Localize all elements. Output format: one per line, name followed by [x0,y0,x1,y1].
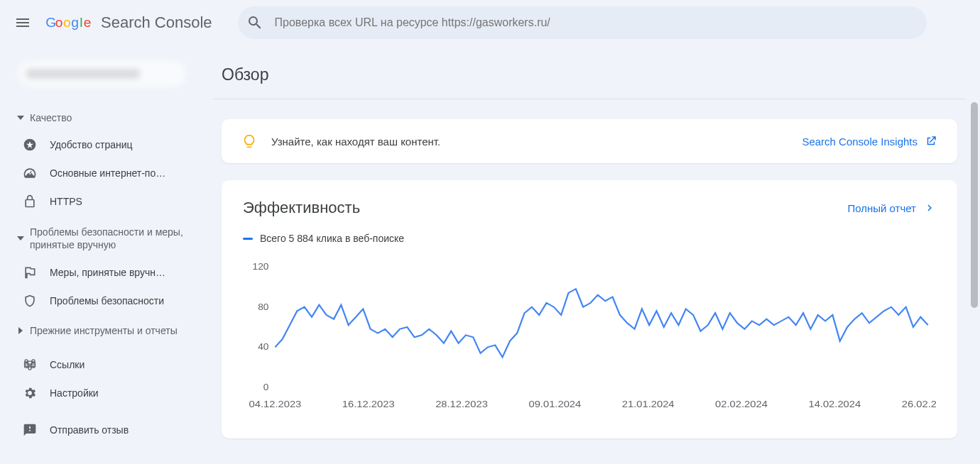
sidebar-item-page-experience[interactable]: Удобство страниц [0,131,193,159]
sidebar-item-feedback[interactable]: Отправить отзыв [0,416,193,444]
external-link-icon [925,135,937,148]
svg-text:g: g [71,15,79,30]
svg-text:o: o [55,15,63,30]
caret-down-icon [17,114,24,121]
insights-link-label: Search Console Insights [802,136,918,148]
sidebar-item-manual-actions[interactable]: Меры, принятые вручн… [0,258,193,287]
full-report-link[interactable]: Полный отчет [847,201,936,214]
svg-text:40: 40 [258,342,268,352]
insights-text: Узнайте, как находят ваш контент. [271,136,788,148]
page-title: Обзор [213,45,966,99]
performance-card: Эффективность Полный отчет Всего 5 884 к… [222,180,957,438]
chevron-right-icon [923,201,936,214]
flag-icon [23,265,37,280]
legend-swatch [243,238,253,240]
svg-text:80: 80 [258,302,268,311]
gear-icon [23,386,37,400]
section-label: Прежние инструменты и отчеты [30,325,178,336]
star-circle-icon [23,138,37,152]
nav-label: Меры, принятые вручн… [50,267,165,278]
svg-text:o: o [63,15,71,30]
links-icon [23,358,37,372]
svg-text:04.12.2023: 04.12.2023 [249,399,302,409]
sidebar-item-security-issues[interactable]: Проблемы безопасности [0,287,193,315]
nav-label: HTTPS [50,196,82,207]
sidebar-item-settings[interactable]: Настройки [0,379,193,407]
sidebar: Качество Удобство страниц Основные интер… [0,45,199,464]
shield-icon [23,294,37,308]
nav-label: Настройки [50,387,99,399]
nav-label: Проблемы безопасности [50,295,164,306]
svg-text:14.02.2024: 14.02.2024 [808,399,861,409]
sidebar-item-links[interactable]: Ссылки [0,350,193,379]
lightbulb-icon [241,133,257,149]
caret-right-icon [17,327,24,334]
scroll-thumb[interactable] [971,102,978,308]
divider [213,99,966,99]
property-selector[interactable] [17,60,187,88]
legend-label: Всего 5 884 клика в веб-поиске [260,233,404,244]
product-logo[interactable]: G o o g l e Search Console [45,13,212,32]
nav-label: Удобство страниц [50,139,133,150]
section-quality[interactable]: Качество [0,105,199,131]
svg-text:l: l [80,15,82,30]
svg-text:G: G [45,15,56,30]
svg-text:0: 0 [263,382,269,392]
svg-text:02.02.2024: 02.02.2024 [715,399,768,409]
nav-label: Отправить отзыв [50,424,129,436]
section-security[interactable]: Проблемы безопасности и меры, принятые в… [0,219,199,258]
svg-text:09.01.2024: 09.01.2024 [528,399,581,409]
svg-text:21.01.2024: 21.01.2024 [622,399,675,409]
nav-label: Ссылки [50,359,85,370]
speedometer-icon [23,166,37,180]
lock-icon [23,194,37,209]
svg-point-9 [28,367,31,370]
svg-text:28.12.2023: 28.12.2023 [435,399,488,409]
svg-text:120: 120 [253,262,269,272]
menu-button[interactable] [6,6,40,40]
section-legacy[interactable]: Прежние инструменты и отчеты [0,318,199,343]
performance-chart: 0408012004.12.202316.12.202328.12.202309… [243,260,936,416]
section-label: Проблемы безопасности и меры, принятые в… [30,226,187,251]
google-logo-icon: G o o g l e [45,14,98,31]
insights-link[interactable]: Search Console Insights [802,135,937,148]
sidebar-item-core-web-vitals[interactable]: Основные интернет-по… [0,159,193,187]
scrollbar[interactable] [970,102,979,464]
full-report-label: Полный отчет [847,202,916,214]
url-inspect-input[interactable] [275,16,918,29]
feedback-icon [23,423,37,437]
main-content: Обзор Узнайте, как находят ваш контент. … [199,45,980,464]
product-name: Search Console [101,13,212,32]
search-bar[interactable] [238,6,927,39]
nav-label: Основные интернет-по… [50,167,165,179]
svg-text:26.02.2024: 26.02.2024 [902,399,936,409]
sidebar-item-https[interactable]: HTTPS [0,187,193,216]
insights-card: Узнайте, как находят ваш контент. Search… [222,119,957,163]
svg-text:e: e [84,15,92,30]
svg-text:16.12.2023: 16.12.2023 [342,399,395,409]
hamburger-icon [14,14,31,31]
search-icon [246,14,263,31]
caret-down-icon [17,235,24,242]
chart-legend: Всего 5 884 клика в веб-поиске [243,233,936,244]
header: G o o g l e Search Console [0,0,980,45]
performance-title: Эффективность [243,199,360,217]
section-label: Качество [30,112,72,123]
